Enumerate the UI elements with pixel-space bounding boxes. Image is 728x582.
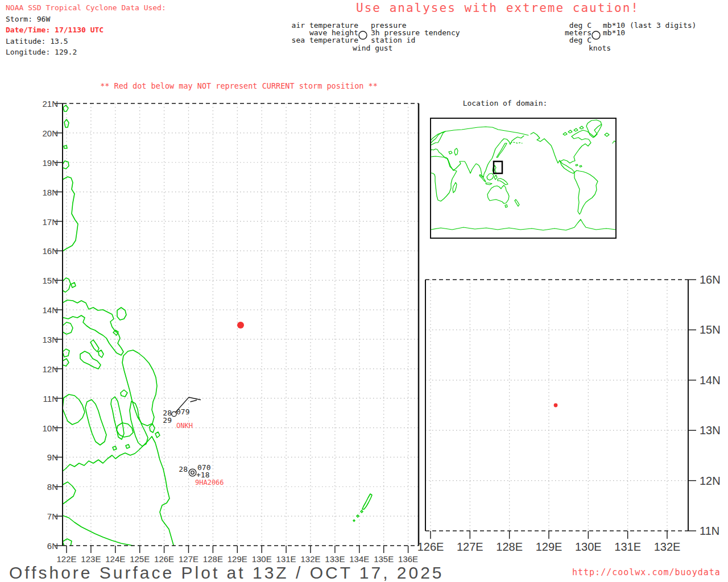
inset-map-lon-label: 132E xyxy=(650,541,684,554)
main-map-lon-label: 131E xyxy=(274,554,298,564)
main-map-lon-label: 133E xyxy=(323,554,347,564)
onkh-sea-temp: 29 xyxy=(162,416,172,425)
inset-map-lat-label: 12N xyxy=(700,475,721,488)
axis-ticks xyxy=(55,103,696,553)
source-url-link[interactable]: http://coolwx.com/buoydata xyxy=(572,567,721,577)
inset-map-lon-label: 129E xyxy=(532,541,566,554)
main-map-lat-label: 6N xyxy=(33,541,58,551)
storm-position-warning: ** Red dot below may NOT represent CURRE… xyxy=(68,81,410,90)
main-map-lat-label: 21N xyxy=(33,99,58,109)
main-map-lon-label: 135E xyxy=(372,554,396,564)
main-map-lat-label: 11N xyxy=(33,394,58,404)
main-map-lat-label: 16N xyxy=(33,246,58,256)
world-coastlines xyxy=(431,120,616,230)
world-inset-title: Location of domain: xyxy=(448,99,562,107)
station-model-circle-icon xyxy=(359,31,367,39)
legend-station-id: station id xyxy=(371,36,415,44)
inset-map-lat-label: 15N xyxy=(700,323,721,336)
calm-wind-icon xyxy=(191,471,195,475)
domain-rectangle xyxy=(494,161,502,173)
inset-map-lat-label: 16N xyxy=(700,273,721,286)
main-map-lat-label: 14N xyxy=(33,305,58,315)
tc-data-header: NOAA SSD Tropical Cyclone Data Used: Sto… xyxy=(6,2,166,58)
main-map-lon-label: 127E xyxy=(177,554,201,564)
legend-sea-temperature: sea temperature xyxy=(287,36,358,44)
inset-map-lon-label: 127E xyxy=(453,541,487,554)
main-map-lat-label: 18N xyxy=(33,188,58,197)
inset-map-lon-label: 128E xyxy=(493,541,527,554)
inset-map-lat-label: 13N xyxy=(700,424,721,437)
storm-position-dot-inset xyxy=(554,404,558,408)
legend-wind-unit: knots xyxy=(589,44,611,52)
main-map-lon-label: 126E xyxy=(152,554,176,564)
9ha2066-air-temp: 28 xyxy=(177,465,188,473)
main-map-lon-label: 136E xyxy=(396,554,420,564)
inset-map-lon-label: 126E xyxy=(413,541,448,554)
legend-tendency-unit: mb*10 xyxy=(603,29,625,36)
main-map-lon-label: 124E xyxy=(104,554,127,564)
offshore-surface-plot-page: NOAA SSD Tropical Cyclone Data Used: Sto… xyxy=(0,0,728,582)
tc-storm-id: Storm: 96W xyxy=(6,14,166,25)
station-model-units-circle-icon xyxy=(592,31,600,39)
tc-datetime: Date/Time: 17/1130 UTC xyxy=(6,24,166,36)
storm-position-dot-main xyxy=(237,322,244,329)
onkh-station-id: ONKH xyxy=(176,422,193,430)
tc-header-title: NOAA SSD Tropical Cyclone Data Used: xyxy=(6,2,166,14)
caution-heading: Use analyses with extreme caution! xyxy=(338,1,657,15)
main-map-lat-label: 17N xyxy=(33,217,58,227)
main-map-lon-label: 134E xyxy=(348,554,371,564)
9ha2066-station-id: 9HA2066 xyxy=(195,479,224,487)
main-map-lat-label: 19N xyxy=(33,158,58,168)
inset-map-lat-label: 14N xyxy=(700,374,721,387)
main-map-lat-label: 20N xyxy=(33,128,58,138)
main-map-lat-label: 10N xyxy=(33,423,58,433)
main-map-lat-label: 7N xyxy=(33,512,58,521)
tc-latitude: Latitude: 13.5 xyxy=(6,36,166,47)
9ha2066-tendency: +18 xyxy=(196,471,209,479)
main-map-lon-label: 123E xyxy=(79,554,103,564)
main-map-lon-label: 122E xyxy=(55,554,78,564)
main-map-lat-label: 9N xyxy=(33,452,58,462)
inset-map-lon-label: 131E xyxy=(611,541,645,554)
main-map-lat-label: 12N xyxy=(33,364,58,374)
main-map-lon-label: 125E xyxy=(128,554,152,564)
main-map-lon-label: 130E xyxy=(250,554,274,564)
legend-sea-unit: deg C xyxy=(543,36,592,44)
onkh-pressure: 079 xyxy=(176,408,189,416)
tc-longitude: Longitude: 129.2 xyxy=(6,47,166,58)
main-map-lat-label: 15N xyxy=(33,276,58,285)
inset-map-lon-label: 130E xyxy=(571,541,605,554)
main-map-lon-label: 128E xyxy=(201,554,225,564)
inset-map-lat-label: 11N xyxy=(700,525,719,538)
plot-title: Offshore Surface Plot at 13Z / OCT 17, 2… xyxy=(9,563,444,582)
map-borders xyxy=(63,103,688,546)
legend-wind-gust: wind gust xyxy=(353,44,392,52)
main-map-lat-label: 8N xyxy=(33,482,58,492)
main-map-lat-label: 13N xyxy=(33,335,58,344)
station-9ha2066-symbol xyxy=(189,469,196,476)
main-map-lon-label: 129E xyxy=(225,554,249,564)
main-map-lon-label: 132E xyxy=(299,554,322,564)
